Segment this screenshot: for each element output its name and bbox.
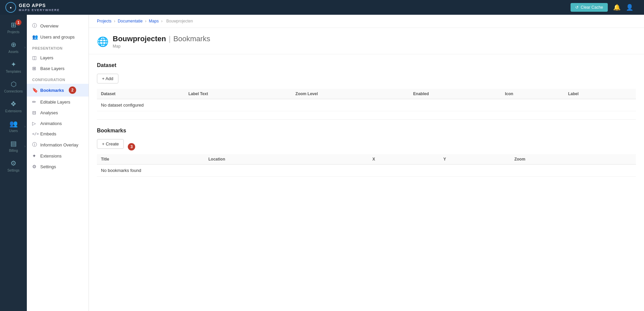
bookmarks-table: Title Location X Y Zoom No bookmarks fou… [97, 154, 636, 177]
main-content: Projects › Documentatie › Maps › Bouwpro… [89, 15, 644, 311]
create-bookmark-label: + Create [102, 141, 119, 146]
sidebar-item-billing[interactable]: ▤ Billing › [0, 136, 27, 156]
nav-item-layers[interactable]: ◫ Layers [27, 52, 89, 63]
bookmarks-col-title: Title [97, 154, 204, 165]
analyses-icon: ⊟ [32, 110, 38, 115]
create-bookmark-button[interactable]: + Create [97, 139, 124, 149]
bookmarks-empty-row: No bookmarks found [97, 165, 636, 177]
editable-layers-icon: ✏ [32, 99, 38, 105]
page-subtitle: Bookmarks [173, 35, 210, 43]
nav-item-information-overlay[interactable]: ⓘ Information Overlay [27, 139, 89, 150]
bookmarks-col-x: X [368, 154, 439, 165]
notification-icon[interactable]: 🔔 [613, 4, 621, 11]
content-body: Dataset + Add Dataset Label Text Zoom Le… [89, 54, 644, 185]
nav-item-base-layers[interactable]: ⊞ Base Layers [27, 63, 89, 74]
bookmarks-icon: 🔖 [32, 87, 38, 93]
settings-icon: ⚙ [10, 159, 16, 167]
bookmarks-empty-message: No bookmarks found [97, 165, 636, 177]
dataset-empty-row: No dataset configured [97, 99, 636, 111]
bookmarks-col-location: Location [204, 154, 368, 165]
dataset-section-title: Dataset [97, 62, 636, 68]
breadcrumb: Projects › Documentatie › Maps › Bouwpro… [89, 15, 644, 28]
dataset-empty-message: No dataset configured [97, 99, 636, 111]
icon-sidebar: ⊞ Projects 1 ⊕ Assets › ✦ Templates ⬡ Co… [0, 15, 27, 311]
users-expand-icon: › [24, 124, 25, 128]
page-header-text: Bouwprojecten | Bookmarks Map [113, 35, 210, 49]
nav-item-embeds[interactable]: </> Embeds [27, 129, 89, 139]
breadcrumb-sep-2: › [145, 19, 147, 23]
sidebar-item-templates[interactable]: ✦ Templates [0, 57, 27, 77]
section-divider [97, 119, 636, 120]
templates-icon: ✦ [11, 60, 16, 68]
bookmarks-col-y: Y [439, 154, 511, 165]
page-header-icon: 🌐 [97, 36, 109, 47]
logo-icon: ● [5, 2, 16, 13]
user-icon[interactable]: 👤 [626, 4, 633, 11]
sidebar-item-connections[interactable]: ⬡ Connections [0, 77, 27, 97]
connections-icon: ⬡ [11, 80, 16, 88]
clear-cache-button[interactable]: ↺ Clear Cache [571, 3, 608, 12]
dataset-col-zoom-level: Zoom Level [291, 89, 409, 99]
nav-item-animations[interactable]: ▷ Animations [27, 118, 89, 129]
bookmarks-badge: 2 [69, 86, 76, 94]
create-badge: 3 [128, 143, 135, 150]
bookmarks-col-zoom: Zoom [510, 154, 636, 165]
breadcrumb-projects[interactable]: Projects [97, 19, 111, 23]
breadcrumb-documentatie[interactable]: Documentatie [118, 19, 143, 23]
topbar-left: ● GEO APPS MAPS EVERYWHERE [5, 2, 60, 13]
assets-expand-icon: › [24, 45, 25, 49]
nav-item-extensions-config[interactable]: ✦ Extensions [27, 150, 89, 161]
sidebar-item-settings[interactable]: ⚙ Settings [0, 156, 27, 176]
topbar: ● GEO APPS MAPS EVERYWHERE ↺ Clear Cache… [0, 0, 644, 15]
nav-item-overview[interactable]: ⓘ Overview [27, 20, 89, 32]
base-layers-icon: ⊞ [32, 66, 38, 71]
dataset-col-label-text: Label Text [184, 89, 291, 99]
breadcrumb-current: Bouwprojecten [166, 19, 193, 23]
bookmarks-table-header-row: Title Location X Y Zoom [97, 154, 636, 165]
breadcrumb-sep-3: › [161, 19, 163, 23]
topbar-right: ↺ Clear Cache 🔔 👤 [571, 3, 639, 12]
layers-icon: ◫ [32, 55, 38, 60]
billing-expand-icon: › [24, 144, 25, 148]
dataset-col-label: Label [564, 89, 636, 99]
logo-text: GEO APPS MAPS EVERYWHERE [19, 3, 60, 12]
presentation-section-label: Presentation [27, 42, 89, 52]
page-map-label: Map [113, 44, 210, 49]
nav-item-editable-layers[interactable]: ✏ Editable Layers [27, 97, 89, 107]
projects-badge: 1 [15, 19, 21, 25]
page-header: 🌐 Bouwprojecten | Bookmarks Map [89, 28, 644, 54]
breadcrumb-maps[interactable]: Maps [149, 19, 159, 23]
billing-icon: ▤ [10, 139, 17, 147]
animations-icon: ▷ [32, 121, 38, 126]
assets-icon: ⊕ [11, 41, 16, 49]
add-dataset-label: + Add [102, 76, 113, 81]
sidebar-item-users[interactable]: 👥 Users › [0, 116, 27, 136]
dataset-table-header-row: Dataset Label Text Zoom Level Enabled Ic… [97, 89, 636, 99]
create-button-wrap: + Create 3 [97, 139, 135, 154]
dataset-col-icon: Icon [501, 89, 564, 99]
embeds-icon: </> [32, 132, 38, 136]
extensions-config-icon: ✦ [32, 153, 38, 159]
extensions-icon: ❖ [10, 100, 16, 108]
dataset-col-dataset: Dataset [97, 89, 184, 99]
dataset-col-enabled: Enabled [409, 89, 501, 99]
bookmarks-section-title: Bookmarks [97, 128, 636, 134]
nav-item-analyses[interactable]: ⊟ Analyses [27, 107, 89, 118]
users-icon: 👥 [9, 120, 18, 128]
add-dataset-button[interactable]: + Add [97, 74, 118, 83]
nav-item-settings-config[interactable]: ⚙ Settings [27, 161, 89, 172]
page-title: Bouwprojecten [113, 35, 166, 43]
logo-main: GEO APPS [19, 3, 60, 8]
breadcrumb-sep-1: › [114, 19, 116, 23]
refresh-icon: ↺ [575, 5, 579, 10]
sidebar-item-assets[interactable]: ⊕ Assets › [0, 37, 27, 57]
nav-sidebar: ⓘ Overview 👥 Users and groups Presentati… [27, 15, 89, 311]
users-groups-icon: 👥 [32, 34, 38, 40]
settings-config-icon: ⚙ [32, 164, 38, 169]
page-title-divider: | [169, 35, 171, 43]
nav-item-users-groups[interactable]: 👥 Users and groups [27, 32, 89, 42]
nav-item-bookmarks[interactable]: 🔖 Bookmarks 2 [27, 84, 89, 97]
sidebar-item-extensions[interactable]: ❖ Extensions [0, 97, 27, 116]
sidebar-item-projects[interactable]: ⊞ Projects 1 [0, 17, 27, 37]
dataset-table: Dataset Label Text Zoom Level Enabled Ic… [97, 89, 636, 111]
